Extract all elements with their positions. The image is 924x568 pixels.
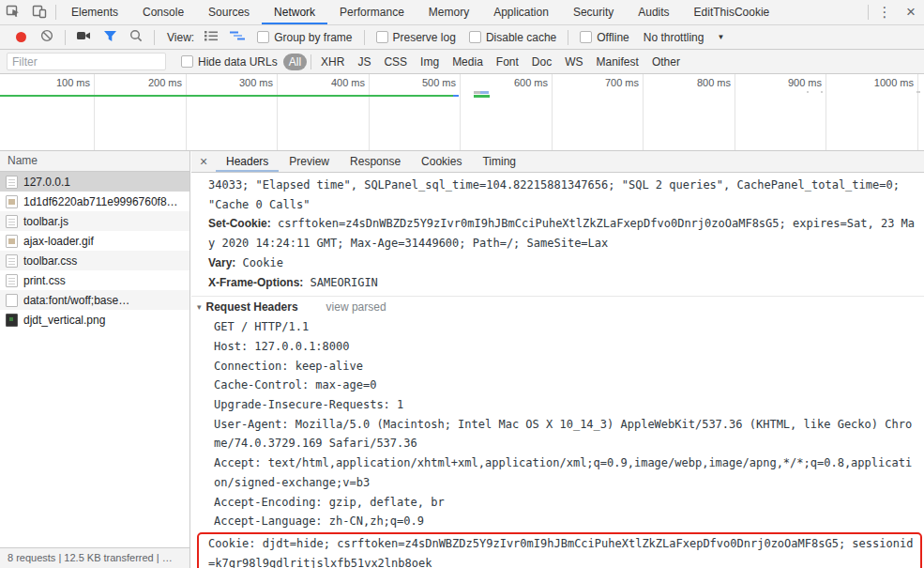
- divider: [868, 5, 869, 20]
- checkbox-icon: [257, 31, 269, 43]
- offline-checkbox[interactable]: Offline: [580, 31, 629, 44]
- list-view-icon: [204, 30, 219, 44]
- request-headers-section[interactable]: ▾ Request Headers view parsed: [197, 298, 918, 317]
- divider: [65, 30, 66, 45]
- waterfall-mark: [916, 91, 920, 93]
- device-toolbar-icon: [32, 4, 47, 22]
- raw-request-headers: GET / HTTP/1.1 Host: 127.0.0.1:8000 Conn…: [208, 317, 918, 531]
- ruler-tick-label: 1000 ms: [852, 77, 914, 88]
- disable-cache-checkbox[interactable]: Disable cache: [469, 31, 556, 44]
- tab-editthiscookie[interactable]: EditThisCookie: [682, 0, 782, 24]
- tab-elements[interactable]: Elements: [59, 0, 130, 24]
- record-button[interactable]: [9, 27, 32, 48]
- tab-audits[interactable]: Audits: [626, 0, 681, 24]
- divider: [364, 30, 365, 45]
- filter-type-img[interactable]: Img: [415, 54, 445, 70]
- response-header-line: Vary: Cookie: [208, 253, 918, 273]
- gridline: [94, 74, 95, 150]
- inspect-element-button[interactable]: [0, 0, 26, 24]
- request-header-line: Accept-Encoding: gzip, deflate, br: [208, 493, 918, 513]
- filter-type-ws[interactable]: WS: [559, 54, 588, 70]
- tab-timing[interactable]: Timing: [472, 151, 526, 172]
- disable-cache-label: Disable cache: [486, 31, 556, 44]
- hide-data-urls-checkbox[interactable]: Hide data URLs: [181, 55, 278, 69]
- filter-type-all[interactable]: All: [283, 54, 307, 70]
- request-row[interactable]: toolbar.js: [0, 211, 189, 231]
- capture-screenshots-button[interactable]: [72, 27, 95, 48]
- large-rows-button[interactable]: [200, 27, 222, 48]
- filter-input[interactable]: [7, 53, 166, 70]
- waterfall-icon: [230, 30, 245, 44]
- filter-type-js[interactable]: JS: [352, 54, 376, 70]
- preserve-log-label: Preserve log: [393, 31, 456, 44]
- view-parsed-link[interactable]: view parsed: [326, 298, 386, 317]
- request-row[interactable]: toolbar.css: [0, 251, 189, 270]
- tab-response[interactable]: Response: [340, 151, 411, 172]
- close-devtools-icon[interactable]: [898, 0, 924, 24]
- waterfall-mark: [480, 91, 489, 94]
- devtools-window: Elements Console Sources Network Perform…: [0, 0, 924, 568]
- close-details-icon[interactable]: [191, 154, 216, 169]
- device-toolbar-button[interactable]: [26, 0, 53, 24]
- document-icon: [6, 176, 18, 189]
- request-name: ajax-loader.gif: [23, 235, 94, 248]
- clear-icon: [40, 29, 53, 45]
- header-value: Cookie: [243, 256, 283, 269]
- request-details-panel: Headers Preview Response Cookies Timing …: [191, 151, 924, 568]
- request-header-line: Accept-Language: zh-CN,zh;q=0.9: [208, 512, 918, 531]
- gridline: [369, 74, 370, 150]
- request-row[interactable]: 1d1df6220ab711e9996760f8…: [0, 192, 189, 211]
- filter-toggle-button[interactable]: [98, 27, 121, 48]
- request-header-line: Connection: keep-alive: [208, 357, 918, 376]
- request-headers-title: Request Headers: [206, 298, 298, 317]
- preserve-log-checkbox[interactable]: Preserve log: [376, 31, 456, 44]
- request-row[interactable]: print.css: [0, 270, 189, 290]
- name-column-header[interactable]: Name: [0, 151, 189, 172]
- font-icon: [6, 294, 18, 307]
- tab-performance[interactable]: Performance: [327, 0, 417, 24]
- image-dark-icon: [6, 314, 18, 327]
- filter-type-xhr[interactable]: XHR: [315, 54, 350, 70]
- tab-headers[interactable]: Headers: [216, 151, 279, 172]
- clear-button[interactable]: [36, 27, 58, 48]
- request-name: 1d1df6220ab711e9996760f8…: [23, 195, 178, 208]
- tab-cookies[interactable]: Cookies: [411, 151, 472, 172]
- filter-type-doc[interactable]: Doc: [526, 54, 557, 70]
- tab-application[interactable]: Application: [481, 0, 561, 24]
- header-value: SAMEORIGIN: [311, 276, 378, 289]
- tab-sources[interactable]: Sources: [196, 0, 262, 24]
- section-divider: [191, 296, 924, 297]
- filter-type-media[interactable]: Media: [447, 54, 489, 70]
- waterfall-button[interactable]: [226, 27, 249, 48]
- search-button[interactable]: [125, 27, 147, 48]
- search-icon: [129, 29, 143, 45]
- more-options-icon[interactable]: [871, 0, 898, 24]
- request-row[interactable]: data:font/woff;base…: [0, 290, 189, 310]
- gridline: [735, 74, 735, 150]
- throttling-dropdown[interactable]: No throttling ▼: [644, 31, 725, 44]
- filter-type-other[interactable]: Other: [646, 54, 686, 70]
- group-by-frame-checkbox[interactable]: Group by frame: [257, 31, 352, 44]
- request-name: djdt_vertical.png: [23, 314, 105, 327]
- network-overview[interactable]: 100 ms 200 ms 300 ms 400 ms 500 ms 600 m…: [0, 74, 924, 151]
- ruler-tick-label: 300 ms: [211, 77, 273, 88]
- tab-preview[interactable]: Preview: [279, 151, 340, 172]
- ruler-tick-label: 600 ms: [486, 77, 548, 88]
- tab-security[interactable]: Security: [561, 0, 626, 24]
- tab-network[interactable]: Network: [262, 0, 327, 24]
- request-row[interactable]: ajax-loader.gif: [0, 231, 189, 251]
- headers-pane[interactable]: 34033; "Elapsed time", SQLPanel_sql_time…: [191, 173, 924, 568]
- filter-type-font[interactable]: Font: [491, 54, 524, 70]
- gridline: [186, 74, 187, 150]
- cookie-header-highlight: Cookie: djdt=hide; csrftoken=z4sDnWBZDz5…: [197, 532, 922, 568]
- tab-memory[interactable]: Memory: [417, 0, 481, 24]
- tab-console[interactable]: Console: [130, 0, 196, 24]
- offline-label: Offline: [597, 31, 629, 44]
- request-row[interactable]: djdt_vertical.png: [0, 310, 189, 330]
- response-header-clipped-value: 34033; "Elapsed time", SQLPanel_sql_time…: [208, 176, 918, 214]
- divider: [568, 30, 568, 45]
- filter-type-manifest[interactable]: Manifest: [591, 54, 644, 70]
- request-row[interactable]: 127.0.0.1: [0, 172, 189, 192]
- filter-type-css[interactable]: CSS: [378, 54, 413, 70]
- cookie-header-line: Cookie: djdt=hide; csrftoken=z4sDnWBZDz5…: [208, 534, 916, 568]
